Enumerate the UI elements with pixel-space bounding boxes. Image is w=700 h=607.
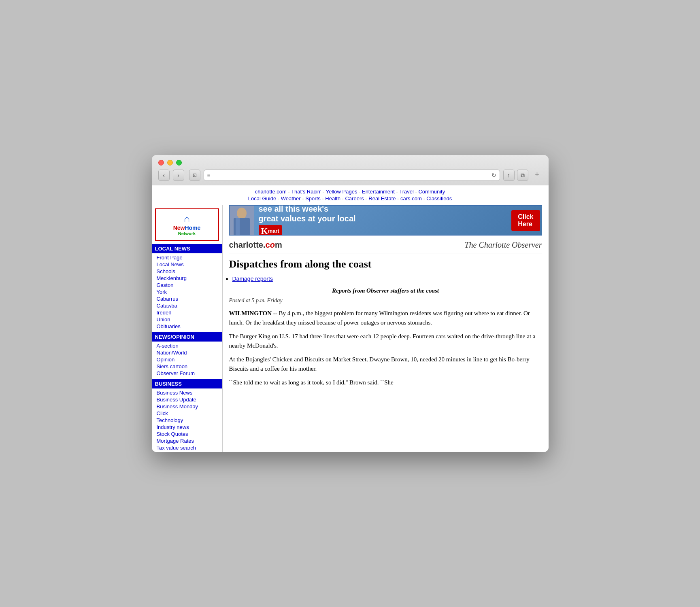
- kmart-logo-area: K mart: [259, 225, 507, 236]
- sidebar-link-business-news[interactable]: Business News: [152, 389, 222, 396]
- nav-link-yellow-pages[interactable]: Yellow Pages: [326, 189, 357, 195]
- refresh-button[interactable]: ↻: [491, 172, 496, 178]
- nav-link-classifieds[interactable]: Classifieds: [426, 195, 452, 202]
- section-header-business: BUSINESS: [152, 379, 222, 388]
- nav-link-carscom[interactable]: cars.com: [400, 195, 422, 202]
- sidebar-link-cabarrus[interactable]: Cabarrus: [152, 295, 222, 302]
- logo-text: NewHome: [160, 225, 214, 231]
- logo-home: Home: [185, 225, 200, 231]
- sidebar-link-stock-quotes[interactable]: Stock Quotes: [152, 431, 222, 437]
- article-bullet-list: Damage reports: [229, 275, 542, 282]
- sidebar-link-business-monday[interactable]: Business Monday: [152, 403, 222, 410]
- address-bar[interactable]: ≡ ↻: [204, 170, 500, 181]
- svg-rect-3: [236, 218, 240, 236]
- sidebar-link-front-page[interactable]: Front Page: [152, 254, 222, 261]
- article-body: WILMINGTON -- By 4 p.m., the biggest pro…: [229, 309, 542, 387]
- back-button[interactable]: ‹: [158, 170, 170, 181]
- nav-link-community[interactable]: Community: [418, 189, 445, 195]
- logo-new: New: [173, 225, 185, 231]
- nav-link-real-estate[interactable]: Real Estate: [368, 195, 396, 202]
- logo-om: o: [270, 240, 275, 249]
- sidebar-link-a-section[interactable]: A-section: [152, 342, 222, 349]
- sidebar-link-nation-world[interactable]: Nation/World: [152, 349, 222, 356]
- toolbar-right-actions: ↑ ⧉ +: [503, 170, 542, 181]
- forward-button[interactable]: ›: [173, 170, 184, 181]
- sidebar: ⌂ NewHome Network LOCAL NEWS Front Page …: [152, 205, 223, 452]
- damage-reports-link[interactable]: Damage reports: [232, 276, 273, 282]
- logo-area: ⌂ NewHome Network: [155, 208, 219, 241]
- nav-link-entertainment[interactable]: Entertainment: [362, 189, 395, 195]
- article-paragraph-2: The Burger King on U.S. 17 had three lin…: [229, 332, 542, 350]
- sidebar-link-york[interactable]: York: [152, 289, 222, 295]
- nav-link-sports[interactable]: Sports: [305, 195, 321, 202]
- minimize-button[interactable]: [167, 160, 173, 166]
- new-tab-button[interactable]: +: [532, 170, 542, 179]
- observer-logo: The Charlotte Observer: [464, 240, 542, 250]
- nav-link-local-guide[interactable]: Local Guide: [248, 195, 276, 202]
- sidebar-link-catawba[interactable]: Catawba: [152, 302, 222, 309]
- site-navigation: charlotte.com - That's Racin' - Yellow P…: [152, 185, 549, 205]
- section-header-local-news: LOCAL NEWS: [152, 244, 222, 253]
- local-news-links: Front Page Local News Schools Mecklenbur…: [152, 253, 222, 331]
- article-title: Dispatches from along the coast: [229, 258, 542, 270]
- article-subheading: Reports from Observer staffers at the co…: [229, 287, 542, 294]
- nav-link-weather[interactable]: Weather: [281, 195, 301, 202]
- sidebar-link-local-news[interactable]: Local News: [152, 261, 222, 268]
- logo-network: Network: [160, 231, 214, 236]
- sidebar-link-mortgage-rates[interactable]: Mortgage Rates: [152, 437, 222, 444]
- nav-link-charlottecom[interactable]: charlotte.com: [255, 189, 287, 195]
- sidebar-link-union[interactable]: Union: [152, 316, 222, 323]
- sidebar-link-technology[interactable]: Technology: [152, 417, 222, 424]
- news-opinion-links: A-section Nation/World Opinion Siers car…: [152, 342, 222, 378]
- sidebar-link-observer-forum[interactable]: Observer Forum: [152, 370, 222, 377]
- nav-link-thats-racin[interactable]: That's Racin': [291, 189, 321, 195]
- sidebar-link-siers-cartoon[interactable]: Siers cartoon: [152, 363, 222, 370]
- nav-link-health[interactable]: Health: [325, 195, 340, 202]
- article-paragraph-1: WILMINGTON -- By 4 p.m., the biggest pro…: [229, 309, 542, 327]
- banner-person-image: [230, 205, 254, 236]
- banner-main-text: see all this week'sgreat values at your …: [259, 205, 507, 223]
- sidebar-link-tax-value[interactable]: Tax value search: [152, 444, 222, 451]
- kmart-mart: mart: [268, 228, 279, 234]
- sidebar-link-mecklenburg[interactable]: Mecklenburg: [152, 275, 222, 282]
- click-here-button[interactable]: ClickHere: [511, 210, 540, 231]
- house-icon: ⌂: [160, 213, 214, 225]
- nav-row-2: Local Guide - Weather - Sports - Health …: [158, 195, 542, 202]
- sidebar-link-industry-news[interactable]: Industry news: [152, 424, 222, 431]
- logo-dot: c: [266, 240, 270, 249]
- charlotte-com-logo: charlotte.com: [229, 240, 282, 250]
- svg-point-1: [237, 208, 247, 219]
- nav-link-travel[interactable]: Travel: [399, 189, 414, 195]
- nav-link-careers[interactable]: Careers: [345, 195, 364, 202]
- sidebar-link-iredell[interactable]: Iredell: [152, 309, 222, 316]
- kmart-k: K: [261, 226, 268, 236]
- lines-icon: ≡: [207, 172, 210, 178]
- nav-row-1: charlotte.com - That's Racin' - Yellow P…: [158, 189, 542, 195]
- sidebar-toggle-button[interactable]: ⊡: [189, 170, 200, 181]
- close-button[interactable]: [158, 160, 164, 166]
- tabs-button[interactable]: ⧉: [517, 170, 528, 181]
- browser-window: ‹ › ⊡ ≡ ↻ ↑ ⧉ + charlotte.com - That's R…: [152, 155, 549, 452]
- site-logos: charlotte.com The Charlotte Observer: [229, 239, 542, 253]
- sidebar-link-schools[interactable]: Schools: [152, 268, 222, 275]
- traffic-lights: [158, 160, 542, 166]
- maximize-button[interactable]: [176, 160, 182, 166]
- sidebar-link-obituaries[interactable]: Obituaries: [152, 323, 222, 330]
- article-paragraph-3: At the Bojangles' Chicken and Biscuits o…: [229, 355, 542, 373]
- banner-text: see all this week'sgreat values at your …: [254, 205, 512, 236]
- content-area: see all this week'sgreat values at your …: [223, 205, 549, 452]
- article-dateline: Posted at 5 p.m. Friday: [229, 297, 542, 304]
- page-content: charlotte.com - That's Racin' - Yellow P…: [152, 185, 549, 452]
- share-button[interactable]: ↑: [503, 170, 515, 181]
- article-paragraph-4: ``She told me to wait as long as it took…: [229, 378, 542, 387]
- sidebar-link-click[interactable]: Click: [152, 410, 222, 417]
- sidebar-link-gaston[interactable]: Gaston: [152, 282, 222, 289]
- sidebar-link-business-update[interactable]: Business Update: [152, 396, 222, 403]
- toolbar: ‹ › ⊡ ≡ ↻ ↑ ⧉ +: [158, 170, 542, 181]
- banner-ad[interactable]: see all this week'sgreat values at your …: [229, 205, 542, 236]
- article-lead: WILMINGTON: [229, 310, 272, 316]
- business-links: Business News Business Update Business M…: [152, 388, 222, 452]
- main-layout: ⌂ NewHome Network LOCAL NEWS Front Page …: [152, 205, 549, 452]
- sidebar-link-opinion[interactable]: Opinion: [152, 356, 222, 363]
- browser-chrome: ‹ › ⊡ ≡ ↻ ↑ ⧉ +: [152, 155, 549, 185]
